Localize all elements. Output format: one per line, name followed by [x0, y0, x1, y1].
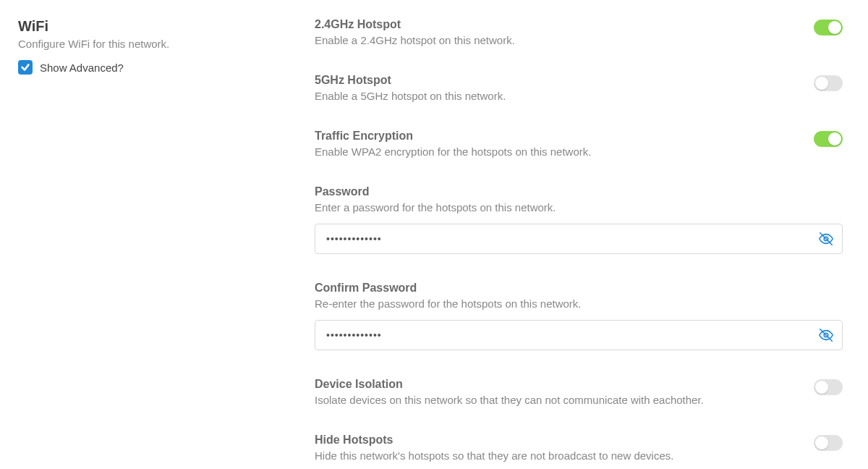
sidebar: WiFi Configure WiFi for this network. Sh…	[18, 18, 315, 469]
setting-desc: Enable WPA2 encryption for the hotspots …	[315, 145, 814, 158]
show-advanced-label: Show Advanced?	[40, 62, 124, 74]
setting-desc: Enable a 2.4GHz hotspot on this network.	[315, 34, 814, 46]
toggle-password-visibility[interactable]	[818, 231, 834, 247]
setting-desc: Re-enter the password for the hotspots o…	[315, 297, 843, 310]
toggle-traffic-encryption[interactable]	[814, 131, 843, 147]
setting-desc: Enable a 5GHz hotspot on this network.	[315, 90, 814, 102]
confirm-password-input[interactable]	[315, 320, 843, 350]
toggle-hide-hotspots[interactable]	[814, 435, 843, 451]
setting-title: 2.4GHz Hotspot	[315, 18, 814, 31]
setting-desc: Hide this network's hotspots so that the…	[315, 449, 814, 462]
toggle-5ghz-hotspot[interactable]	[814, 75, 843, 91]
show-advanced-row[interactable]: Show Advanced?	[18, 60, 315, 75]
setting-title: Confirm Password	[315, 282, 843, 295]
password-input[interactable]	[315, 224, 843, 254]
eye-off-icon	[818, 231, 834, 247]
setting-hide-hotspots: Hide Hotspots Hide this network's hotspo…	[315, 434, 843, 462]
setting-desc: Enter a password for the hotspots on thi…	[315, 201, 843, 214]
settings-panel: 2.4GHz Hotspot Enable a 2.4GHz hotspot o…	[315, 18, 850, 469]
toggle-24ghz-hotspot[interactable]	[814, 20, 843, 35]
setting-title: 5GHz Hotspot	[315, 74, 814, 87]
setting-24ghz-hotspot: 2.4GHz Hotspot Enable a 2.4GHz hotspot o…	[315, 18, 843, 46]
show-advanced-checkbox[interactable]	[18, 60, 33, 75]
eye-off-icon	[818, 327, 834, 343]
setting-password: Password Enter a password for the hotspo…	[315, 185, 843, 254]
setting-5ghz-hotspot: 5GHz Hotspot Enable a 5GHz hotspot on th…	[315, 74, 843, 102]
setting-title: Hide Hotspots	[315, 434, 814, 447]
setting-confirm-password: Confirm Password Re-enter the password f…	[315, 282, 843, 350]
setting-desc: Isolate devices on this network so that …	[315, 394, 814, 406]
section-subtitle: Configure WiFi for this network.	[18, 38, 315, 50]
check-icon	[20, 62, 30, 72]
toggle-device-isolation[interactable]	[814, 379, 843, 395]
setting-title: Password	[315, 185, 843, 198]
setting-title: Device Isolation	[315, 378, 814, 391]
section-title: WiFi	[18, 18, 315, 35]
setting-traffic-encryption: Traffic Encryption Enable WPA2 encryptio…	[315, 130, 843, 158]
setting-device-isolation: Device Isolation Isolate devices on this…	[315, 378, 843, 406]
toggle-confirm-password-visibility[interactable]	[818, 327, 834, 343]
setting-title: Traffic Encryption	[315, 130, 814, 143]
